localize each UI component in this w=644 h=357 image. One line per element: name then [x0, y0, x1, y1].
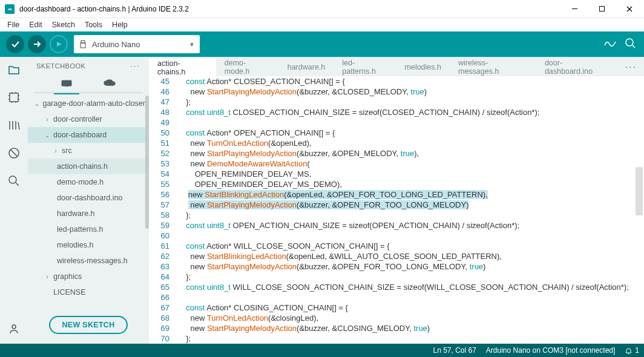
tabs-overflow-button[interactable]: ··· [618, 58, 644, 76]
tree-file[interactable]: wireless-messages.h [28, 253, 145, 269]
arduino-logo-icon: ∞ [5, 4, 15, 14]
upload-button[interactable] [28, 35, 46, 53]
close-button[interactable] [616, 0, 643, 18]
activity-bar [0, 57, 28, 344]
title-bar: ∞ door-dashboard - action-chains.h | Ard… [0, 0, 644, 18]
svg-rect-1 [600, 7, 605, 11]
boards-manager-icon[interactable] [7, 91, 21, 104]
editor-area: action-chains.h demo-mode.h hardware.h l… [149, 57, 644, 344]
account-icon[interactable] [7, 322, 21, 335]
board-selector[interactable]: Arduino Nano ▼ [74, 35, 200, 53]
board-name: Arduino Nano [92, 40, 184, 49]
menu-edit[interactable]: Edit [24, 19, 47, 30]
tree-file[interactable]: door-dashboard.ino [28, 190, 145, 206]
local-sketchbook-tab[interactable] [58, 77, 76, 91]
cursor-position[interactable]: Ln 57, Col 67 [433, 346, 476, 355]
debug-button[interactable] [50, 35, 68, 53]
board-connection-status[interactable]: Arduino Nano on COM3 [not connected] [486, 346, 615, 355]
window-title: door-dashboard - action-chains.h | Ardui… [19, 5, 561, 13]
tree-file[interactable]: led-patterns.h [28, 221, 145, 237]
sidebar-title: SKETCHBOOK [36, 62, 85, 70]
svg-rect-5 [80, 43, 85, 48]
svg-rect-27 [65, 86, 68, 87]
editor-tab[interactable]: action-chains.h [149, 58, 216, 76]
tree-file[interactable]: action-chains.h [28, 159, 145, 174]
serial-plotter-button[interactable] [604, 38, 616, 50]
new-sketch-button[interactable]: NEW SKETCH [49, 316, 128, 334]
tree-file-license[interactable]: LICENSE [28, 284, 145, 300]
menu-tools[interactable]: Tools [80, 19, 107, 30]
tree-folder-door-controller[interactable]: ›door-controller [28, 111, 145, 127]
editor-tabs: action-chains.h demo-mode.h hardware.h l… [149, 57, 644, 76]
editor-tab[interactable]: demo-mode.h [216, 58, 279, 76]
editor-tab[interactable]: led-patterns.h [334, 58, 396, 76]
debug-tab-icon[interactable] [7, 146, 21, 160]
svg-rect-4 [81, 41, 85, 43]
tree-file[interactable]: demo-mode.h [28, 174, 145, 190]
menu-help[interactable]: Help [107, 19, 133, 30]
svg-rect-8 [10, 93, 18, 102]
menu-bar: File Edit Sketch Tools Help [0, 18, 644, 31]
top-toolbar: Arduino Nano ▼ [0, 31, 644, 57]
caret-down-icon: ▼ [189, 41, 195, 48]
svg-line-20 [18, 122, 19, 129]
editor-tab[interactable]: hardware.h [279, 58, 334, 76]
tree-folder-root[interactable]: ⌄garage-door-alarm-auto-closer [28, 96, 145, 111]
svg-point-23 [9, 176, 16, 183]
maximize-button[interactable] [588, 0, 616, 18]
svg-line-7 [632, 45, 635, 48]
editor-scrollbar[interactable] [636, 76, 643, 344]
minimize-button[interactable] [561, 0, 588, 18]
menu-sketch[interactable]: Sketch [47, 19, 80, 30]
svg-line-22 [10, 149, 18, 157]
serial-monitor-button[interactable] [625, 38, 636, 51]
verify-button[interactable] [6, 35, 24, 53]
sketchbook-tab-icon[interactable] [7, 63, 21, 76]
notifications-button[interactable]: 1 [625, 346, 639, 355]
tree-file[interactable]: melodies.h [28, 237, 145, 253]
cloud-sketchbook-tab[interactable] [100, 77, 119, 91]
tree-folder-graphics[interactable]: ›graphics [28, 269, 145, 284]
menu-file[interactable]: File [2, 19, 24, 30]
svg-rect-26 [62, 80, 71, 86]
usb-icon [79, 40, 87, 48]
tree-file[interactable]: hardware.h [28, 206, 145, 221]
tree-folder-door-dashboard[interactable]: ⌄door-dashboard [28, 127, 145, 143]
search-tab-icon[interactable] [7, 174, 21, 188]
library-manager-icon[interactable] [7, 119, 21, 132]
editor-tab[interactable]: melodies.h [396, 58, 450, 76]
svg-line-24 [16, 183, 19, 186]
editor-tab[interactable]: door-dashboard.ino [536, 58, 618, 76]
status-bar: Ln 57, Col 67 Arduino Nano on COM3 [not … [0, 344, 644, 357]
file-tree: ⌄garage-door-alarm-auto-closer ›door-con… [28, 96, 149, 307]
code-editor[interactable]: 45 const Action* CLOSED_ACTION_CHAIN[] =… [149, 76, 644, 344]
svg-point-6 [626, 39, 633, 46]
more-icon[interactable]: ··· [131, 62, 140, 70]
svg-point-25 [12, 325, 16, 329]
tree-folder-src[interactable]: ›src [28, 143, 145, 159]
editor-tab[interactable]: wireless-messages.h [450, 58, 536, 76]
sidebar: SKETCHBOOK ··· ⌄garage-door-alarm-auto-c… [28, 57, 149, 344]
